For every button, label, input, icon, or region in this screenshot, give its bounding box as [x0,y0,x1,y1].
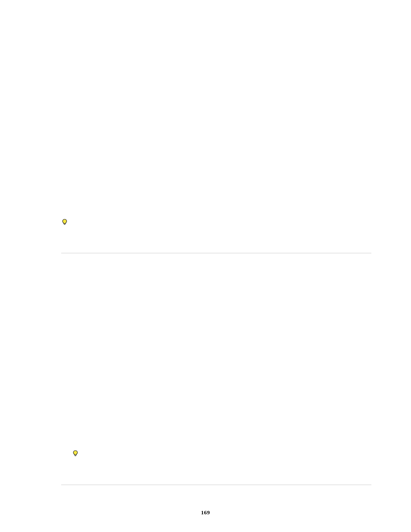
page-number: 169 [0,509,411,516]
divider [61,253,371,253]
svg-rect-2 [75,455,76,455]
divider [61,485,371,485]
svg-rect-3 [75,456,76,456]
lightbulb-icon [62,219,67,225]
svg-rect-1 [64,224,65,225]
svg-rect-0 [64,224,65,224]
lightbulb-icon [73,450,78,457]
page-container [31,0,391,532]
